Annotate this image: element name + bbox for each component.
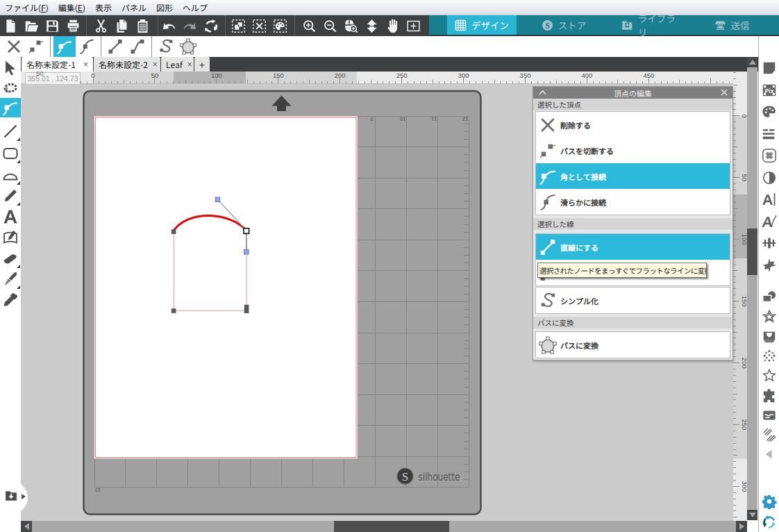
arc-tool-button[interactable] xyxy=(0,165,21,185)
nav-tab-store-s[interactable]: ストア xyxy=(539,15,589,35)
make-line-button[interactable]: 直線にする xyxy=(536,234,730,260)
eyedropper-tool-button[interactable] xyxy=(0,291,21,310)
sync-arrows-button[interactable] xyxy=(761,514,778,531)
pan-hand-button[interactable] xyxy=(382,15,403,36)
copy-button[interactable] xyxy=(111,15,132,36)
menu-item-4[interactable]: 図形 xyxy=(151,0,178,15)
simplify-button[interactable] xyxy=(155,36,177,57)
fill-color-palette-button[interactable] xyxy=(761,103,778,120)
shadow-contrast-button[interactable] xyxy=(761,169,778,186)
vertical-scrollbar[interactable] xyxy=(747,57,757,521)
sketch-page-button[interactable] xyxy=(761,329,778,345)
scroll-up-button[interactable] xyxy=(747,57,757,67)
pencil-tool-button[interactable] xyxy=(0,186,21,206)
collapse-arrow-button[interactable] xyxy=(761,446,778,463)
simplify-button[interactable]: シンプル化 xyxy=(536,288,730,313)
save-button[interactable] xyxy=(42,15,62,36)
convert-to-path-button[interactable]: パスに変換 xyxy=(536,332,730,358)
horizontal-scrollbar[interactable] xyxy=(21,521,747,532)
stipple-star-button[interactable] xyxy=(761,308,778,325)
text-style-button[interactable] xyxy=(761,191,778,208)
selected-node[interactable] xyxy=(244,228,249,234)
make-curve-button[interactable] xyxy=(126,36,149,57)
character-style-button[interactable] xyxy=(761,213,778,230)
zoom-selection-box-button[interactable] xyxy=(403,15,424,36)
delete-point-button[interactable] xyxy=(3,36,25,57)
settings-gear-button[interactable] xyxy=(761,493,778,510)
bezier-handle[interactable] xyxy=(215,197,219,201)
path-node[interactable] xyxy=(171,229,176,234)
path-node[interactable] xyxy=(171,308,176,313)
rhinestone-dots-button[interactable] xyxy=(761,348,778,365)
paste-clipboard-button[interactable] xyxy=(132,15,153,36)
select-duplicate-button[interactable] xyxy=(228,15,249,36)
fill-pattern-button[interactable] xyxy=(761,147,778,164)
nav-tab-send-cutter[interactable]: 送信 xyxy=(707,15,757,35)
drag-zoom-button[interactable] xyxy=(340,15,361,36)
tab-close-icon[interactable]: × xyxy=(148,60,158,69)
vertical-scroll-track[interactable] xyxy=(747,67,757,510)
delete-point-button[interactable]: 削除する xyxy=(536,112,730,138)
eraser-tool-button[interactable] xyxy=(0,249,21,268)
break-path-button[interactable]: パスを切断する xyxy=(536,138,730,163)
select-fill-color-button[interactable] xyxy=(269,15,290,36)
line-tool-button[interactable] xyxy=(0,122,21,141)
smooth-connect-button[interactable]: 滑らかに接続 xyxy=(536,189,730,215)
offset-button[interactable] xyxy=(761,289,778,306)
zoom-out-button[interactable] xyxy=(319,15,340,36)
cut-scissors-button[interactable] xyxy=(90,15,111,36)
redo-button[interactable] xyxy=(179,15,200,36)
nav-tab-design-grid[interactable]: デザイン xyxy=(447,15,517,35)
new-document-button[interactable] xyxy=(0,15,21,36)
panel-header[interactable]: 頂点の編集 xyxy=(533,87,732,99)
notes-tool-button[interactable] xyxy=(0,228,21,247)
document-tab-0[interactable]: 名称未設定-1× xyxy=(22,57,93,72)
text-tool-button[interactable] xyxy=(0,207,21,226)
transfer-settings-button[interactable] xyxy=(761,235,778,251)
make-line-button[interactable] xyxy=(104,36,126,57)
scroll-left-button[interactable] xyxy=(21,521,32,532)
convert-to-path-button[interactable] xyxy=(177,36,199,57)
horizontal-scroll-thumb[interactable] xyxy=(334,521,449,532)
menu-item-3[interactable]: パネル xyxy=(117,0,151,15)
weld-cards-button[interactable] xyxy=(761,407,778,424)
bezier-handle[interactable] xyxy=(244,250,249,254)
select-arrow-button[interactable] xyxy=(0,58,21,78)
edit-points-button[interactable] xyxy=(0,98,21,117)
undo-button[interactable] xyxy=(158,15,179,36)
tab-close-icon[interactable]: × xyxy=(183,60,192,69)
scroll-right-button[interactable] xyxy=(736,521,747,532)
nav-tab-library-folder[interactable]: ライブラリ xyxy=(621,15,684,35)
knife-tool-button[interactable] xyxy=(0,269,21,289)
menu-item-0[interactable]: ファイル(F) xyxy=(0,0,53,15)
new-document-tab-button[interactable]: + xyxy=(194,57,210,72)
break-path-button[interactable] xyxy=(25,36,47,57)
fit-to-screen-button[interactable] xyxy=(361,15,382,36)
menu-item-2[interactable]: 表示 xyxy=(90,0,117,15)
corner-connect-button[interactable] xyxy=(53,36,76,57)
panel-close-icon[interactable] xyxy=(721,89,728,96)
rectangle-tool-button[interactable] xyxy=(0,144,21,163)
hatch-fill-button[interactable] xyxy=(761,426,778,443)
star-outline-button[interactable] xyxy=(761,367,778,384)
smooth-connect-button[interactable] xyxy=(76,36,98,57)
open-folder-button[interactable] xyxy=(21,15,42,36)
zoom-in-button[interactable] xyxy=(299,15,319,36)
menu-item-5[interactable]: ヘルプ xyxy=(178,0,212,15)
line-style-button[interactable] xyxy=(761,126,778,142)
select-delete-button[interactable] xyxy=(249,15,269,36)
tab-close-icon[interactable]: × xyxy=(78,60,88,69)
pixscan-button[interactable] xyxy=(761,82,778,99)
document-tab-1[interactable]: 名称未設定-2× xyxy=(94,57,160,72)
print-button[interactable] xyxy=(62,15,83,36)
emboss-sparkle-button[interactable] xyxy=(761,257,778,274)
menu-item-1[interactable]: 編集(E) xyxy=(53,0,90,15)
document-tab-2[interactable]: Leaf× xyxy=(161,57,194,72)
scroll-down-button[interactable] xyxy=(747,510,757,520)
page-setup-button[interactable] xyxy=(761,60,778,76)
lasso-select-button[interactable] xyxy=(0,78,21,98)
puzzle-button[interactable] xyxy=(761,388,778,404)
path-node[interactable] xyxy=(244,308,249,313)
vertical-scroll-thumb[interactable] xyxy=(747,228,757,275)
corner-connect-button[interactable]: 角として接続 xyxy=(536,163,730,189)
